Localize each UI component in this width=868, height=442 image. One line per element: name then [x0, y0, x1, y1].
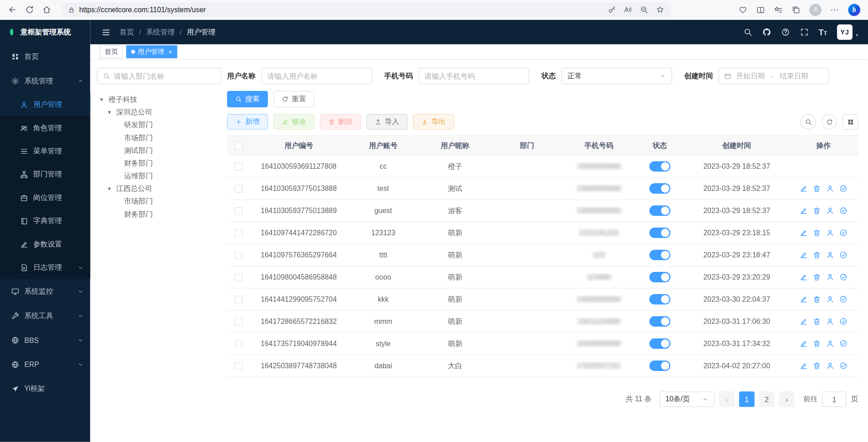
tree-caret-icon[interactable]: ▾: [100, 96, 106, 102]
delete-icon[interactable]: [813, 273, 821, 281]
sidebar-item-erp[interactable]: ERP: [0, 352, 90, 376]
tree-node[interactable]: 运维部门: [97, 170, 221, 182]
next-page-button[interactable]: ›: [779, 391, 794, 407]
row-checkbox[interactable]: [235, 273, 242, 281]
edit-icon[interactable]: [799, 185, 807, 193]
row-checkbox[interactable]: [235, 251, 242, 259]
sidebar-item-dept-mgmt[interactable]: 部门管理: [0, 163, 90, 186]
status-select[interactable]: 正常: [561, 67, 672, 84]
reset-password-icon[interactable]: [826, 228, 834, 237]
edit-icon[interactable]: [799, 295, 807, 303]
status-toggle[interactable]: [649, 272, 670, 282]
select-all-checkbox[interactable]: [235, 142, 242, 149]
goto-page-input[interactable]: [822, 391, 846, 407]
reset-password-icon[interactable]: [826, 185, 834, 193]
assign-role-icon[interactable]: [839, 273, 847, 281]
tree-caret-icon[interactable]: ▾: [108, 109, 114, 115]
profile-avatar[interactable]: [809, 4, 821, 16]
assign-role-icon[interactable]: [839, 295, 847, 303]
tree-node[interactable]: ▾江西总公司: [97, 182, 221, 195]
row-checkbox[interactable]: [235, 295, 242, 303]
search-button[interactable]: 搜索: [227, 91, 268, 108]
column-settings-button[interactable]: [843, 114, 858, 129]
status-toggle[interactable]: [649, 316, 670, 327]
tab-home[interactable]: 首页: [100, 45, 123, 58]
assign-role-icon[interactable]: [839, 317, 847, 325]
refresh-table-button[interactable]: [821, 114, 837, 129]
delete-icon[interactable]: [813, 207, 821, 215]
export-button[interactable]: 导出: [413, 114, 454, 129]
edit-icon[interactable]: [799, 339, 807, 347]
back-icon[interactable]: [8, 5, 17, 14]
page-size-select[interactable]: 10条/页: [659, 391, 715, 407]
collections-icon[interactable]: [792, 5, 801, 14]
add-favorite-icon[interactable]: [656, 5, 664, 14]
edit-icon[interactable]: [799, 273, 807, 281]
close-tab-icon[interactable]: ×: [168, 48, 172, 56]
help-icon[interactable]: [781, 28, 790, 37]
tree-node[interactable]: 财务部门: [97, 208, 221, 220]
delete-icon[interactable]: [813, 228, 821, 237]
reset-password-icon[interactable]: [826, 251, 834, 259]
browser-essentials-icon[interactable]: [739, 5, 748, 14]
delete-button[interactable]: 删除: [320, 114, 361, 129]
status-toggle[interactable]: [649, 250, 670, 260]
sidebar-item-bbs[interactable]: BBS: [0, 328, 90, 352]
breadcrumb-item[interactable]: 首页: [119, 27, 134, 37]
page-1-button[interactable]: 1: [739, 391, 754, 407]
sidebar-item-system-monitor[interactable]: 系统监控: [0, 279, 90, 304]
more-icon[interactable]: ⋯: [830, 5, 840, 14]
assign-role-icon[interactable]: [839, 251, 847, 259]
tree-node[interactable]: 财务部门: [97, 157, 221, 169]
assign-role-icon[interactable]: [839, 185, 847, 193]
edit-icon[interactable]: [799, 207, 807, 215]
date-range-picker[interactable]: 开始日期 - 结束日期: [719, 67, 830, 84]
status-toggle[interactable]: [649, 338, 670, 349]
font-size-icon[interactable]: TT: [819, 28, 827, 36]
reset-password-icon[interactable]: [826, 207, 834, 215]
tree-node[interactable]: 研发部门: [97, 119, 221, 131]
status-toggle[interactable]: [649, 294, 670, 304]
tab-user-mgmt[interactable]: 用户管理 ×: [126, 45, 177, 58]
search-icon[interactable]: [743, 28, 752, 37]
breadcrumb-item[interactable]: 系统管理: [146, 27, 175, 37]
reset-password-icon[interactable]: [826, 317, 834, 325]
delete-icon[interactable]: [813, 339, 821, 347]
sidebar-item-menu-mgmt[interactable]: 菜单管理: [0, 139, 90, 162]
sidebar-item-user-mgmt[interactable]: 用户管理: [0, 93, 90, 116]
sidebar-item-post-mgmt[interactable]: 岗位管理: [0, 186, 90, 209]
home-icon[interactable]: [42, 5, 52, 14]
tree-node[interactable]: 市场部门: [97, 131, 221, 144]
tree-node[interactable]: ▾深圳总公司: [97, 106, 221, 119]
reset-password-icon[interactable]: [826, 295, 834, 303]
dept-search-input[interactable]: [114, 71, 215, 80]
reset-password-icon[interactable]: [826, 339, 834, 347]
zoom-out-icon[interactable]: [640, 5, 648, 14]
assign-role-icon[interactable]: [839, 361, 847, 370]
delete-icon[interactable]: [813, 361, 821, 370]
tree-caret-icon[interactable]: ▾: [108, 185, 114, 191]
tree-node[interactable]: 测试部门: [97, 144, 221, 157]
sidebar-collapse-icon[interactable]: [101, 28, 111, 37]
delete-icon[interactable]: [813, 317, 821, 325]
edit-icon[interactable]: [799, 361, 807, 370]
favorites-bar-icon[interactable]: [774, 5, 783, 14]
fullscreen-icon[interactable]: [800, 28, 809, 37]
edit-button[interactable]: 修改: [274, 114, 315, 129]
add-button[interactable]: 新增: [227, 114, 268, 129]
row-checkbox[interactable]: [235, 185, 242, 192]
tree-node[interactable]: ▾橙子科技: [97, 93, 221, 106]
sidebar-item-system-tools[interactable]: 系统工具: [0, 304, 90, 328]
status-toggle[interactable]: [649, 361, 670, 371]
address-bar[interactable]: https://ccnetcore.com:1101/system/user: [62, 2, 671, 17]
delete-icon[interactable]: [813, 295, 821, 303]
edit-icon[interactable]: [799, 317, 807, 325]
phone-input[interactable]: [418, 67, 529, 84]
row-checkbox[interactable]: [235, 340, 242, 347]
reset-password-icon[interactable]: [826, 361, 834, 370]
read-aloud-icon[interactable]: [624, 5, 632, 14]
sidebar-item-role-mgmt[interactable]: 角色管理: [0, 116, 90, 139]
tree-node[interactable]: 市场部门: [97, 195, 221, 208]
sidebar-item-home[interactable]: 首页: [0, 44, 90, 69]
reset-button[interactable]: 重置: [274, 91, 315, 108]
